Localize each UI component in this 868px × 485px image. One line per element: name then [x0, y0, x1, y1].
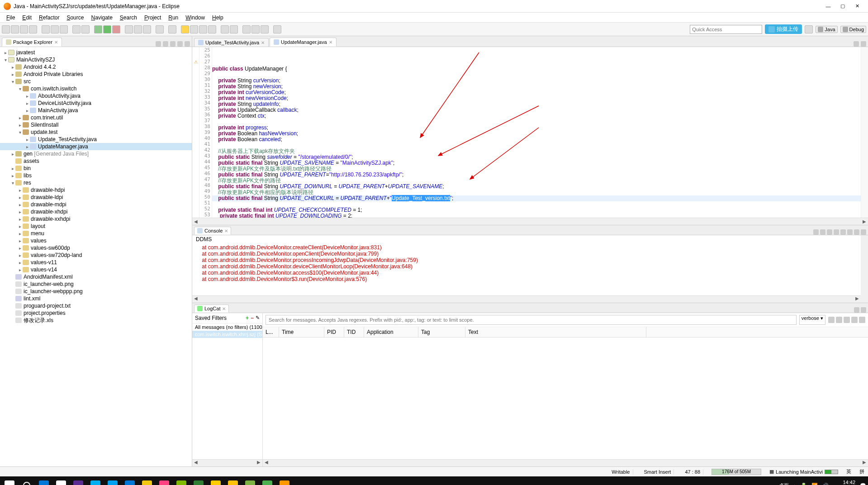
tree-node[interactable]: ▸Update_TestActivity.java	[0, 136, 192, 143]
save-button[interactable]	[11, 25, 19, 33]
close-tab-icon[interactable]: ✕	[329, 40, 332, 45]
display-filter-icon[interactable]	[859, 317, 865, 323]
open-console-icon[interactable]	[847, 229, 853, 235]
menu-help[interactable]: Help	[209, 14, 227, 22]
clear-console-icon[interactable]	[820, 229, 825, 235]
expand-icon[interactable]: ▾	[10, 79, 15, 84]
tree-node[interactable]: ▸gen [Generated Java Files]	[0, 150, 192, 157]
logcat-column-header[interactable]: Application	[364, 327, 418, 337]
taskbar-app-button[interactable]	[260, 479, 275, 485]
close-icon[interactable]: ✕	[224, 228, 228, 233]
print-button[interactable]	[29, 25, 37, 33]
expand-icon[interactable]: ▸	[17, 195, 23, 200]
menu-file[interactable]: File	[3, 14, 19, 22]
menu-project[interactable]: Project	[141, 14, 165, 22]
toggle-marks-button[interactable]	[181, 25, 189, 33]
menu-edit[interactable]: Edit	[19, 14, 35, 22]
expand-icon[interactable]: ▸	[17, 188, 23, 193]
search-button[interactable]	[168, 25, 176, 33]
saved-filters-list[interactable]: All messages (no filters) (1100com.iswit…	[192, 323, 262, 459]
pin-console-icon[interactable]	[834, 229, 839, 235]
quick-access-input[interactable]	[690, 25, 762, 34]
menu-refactor[interactable]: Refactor	[35, 14, 63, 22]
code-line[interactable]: public static final String UPDATE_CHECKU…	[212, 195, 861, 201]
code-line[interactable]: private int curVersionCode;	[212, 90, 861, 95]
new-java-class-button[interactable]	[143, 25, 151, 33]
progress-status[interactable]: ▦ Launching MainActivi	[769, 469, 838, 475]
code-line[interactable]: private Boolean hasNewVersion;	[212, 131, 861, 137]
new-package-button[interactable]	[81, 25, 90, 33]
maximize-logcat-icon[interactable]	[861, 307, 866, 313]
logcat-column-header[interactable]: Time	[279, 327, 324, 337]
expand-icon[interactable]: ▸	[17, 260, 23, 265]
volume-icon[interactable]: 🔊	[822, 483, 829, 485]
expand-icon[interactable]: ▸	[24, 137, 30, 142]
expand-icon[interactable]: ▸	[17, 217, 23, 222]
menu-search[interactable]: Search	[116, 14, 141, 22]
ime-indicator[interactable]: 英	[846, 468, 851, 475]
tree-node[interactable]: lint.xml	[0, 295, 192, 302]
edit-filter-button[interactable]: ✎	[256, 315, 260, 321]
logcat-table-header[interactable]: L...TimePIDTIDApplicationTagText	[263, 327, 868, 338]
tree-node[interactable]: ▸Android Private Libraries	[0, 71, 192, 78]
maximize-editor-icon[interactable]	[861, 41, 866, 47]
tree-node[interactable]: AndroidManifest.xml	[0, 273, 192, 281]
tree-node[interactable]: project.properties	[0, 309, 192, 317]
menu-window[interactable]: Window	[182, 14, 209, 22]
expand-icon[interactable]: ▸	[17, 246, 23, 251]
tree-node[interactable]: ▸drawable-ldpi	[0, 194, 192, 201]
tree-node[interactable]: ▸libs	[0, 172, 192, 179]
scroll-right-icon[interactable]: ▶	[255, 460, 262, 466]
taskbar-app-button[interactable]	[105, 479, 120, 485]
maximize-view-icon[interactable]	[185, 41, 190, 47]
expand-icon[interactable]: ▸	[17, 224, 23, 229]
expand-icon[interactable]: ▸	[10, 65, 15, 70]
toggle-block-button[interactable]	[190, 25, 198, 33]
tree-node[interactable]: proguard-project.txt	[0, 302, 192, 309]
tree-node[interactable]: ▸layout	[0, 223, 192, 230]
scroll-lock-icon[interactable]	[851, 317, 858, 323]
code-line[interactable]: private String updateInfo;	[212, 101, 861, 107]
lint-button[interactable]	[60, 25, 68, 33]
scroll-right-icon[interactable]: ▶	[861, 460, 868, 466]
console-output[interactable]: at com.android.ddmlib.DeviceMonitor.crea…	[192, 243, 861, 295]
console-horizontal-scrollbar[interactable]: ◀ ▶	[192, 295, 861, 303]
tree-node[interactable]: ▸values-v11	[0, 259, 192, 266]
code-line[interactable]	[212, 143, 861, 148]
expand-icon[interactable]: ▸	[17, 231, 23, 236]
link-with-editor-icon[interactable]	[156, 41, 161, 47]
editor-body[interactable]: 2526272829303132333435363738394041424344…	[192, 47, 868, 218]
tree-node[interactable]: ▸menu	[0, 230, 192, 237]
start-button[interactable]	[2, 479, 17, 485]
code-line[interactable]: private Boolean canceled;	[212, 137, 861, 143]
menu-source[interactable]: Source	[63, 14, 87, 22]
save-all-button[interactable]	[20, 25, 28, 33]
open-perspective-button[interactable]	[805, 25, 813, 33]
tree-node[interactable]: ▸drawable-hdpi	[0, 186, 192, 194]
logcat-search-input[interactable]	[266, 315, 797, 325]
tree-node[interactable]: ▾res	[0, 179, 192, 186]
tree-node[interactable]: ▸AboutActivity.java	[0, 92, 192, 100]
minimize-button[interactable]: —	[821, 2, 835, 11]
logcat-column-header[interactable]: Tag	[418, 327, 465, 337]
tree-node[interactable]: ▾com.iswitch.iswitch	[0, 85, 192, 92]
expand-icon[interactable]: ▾	[17, 86, 23, 91]
minimize-logcat-icon[interactable]	[854, 307, 859, 313]
package-explorer-tab[interactable]: Package Explorer ✕	[2, 38, 62, 47]
expand-icon[interactable]: ▸	[3, 50, 8, 55]
minimize-editor-icon[interactable]	[854, 41, 859, 47]
tree-node[interactable]: ▸UpdateManager.java	[0, 143, 192, 150]
filter-item[interactable]: com.iswitch.iswitch.xhrrj.szj (Se	[192, 331, 262, 338]
logcat-tab[interactable]: LogCat ✕	[194, 304, 229, 313]
tree-node[interactable]: ▸drawable-xxhdpi	[0, 215, 192, 223]
tree-node[interactable]: ▸com.trinet.util	[0, 114, 192, 121]
tree-node[interactable]: ▸values-sw600dp	[0, 244, 192, 252]
open-type-button[interactable]	[156, 25, 164, 33]
expand-icon[interactable]: ▸	[10, 173, 15, 178]
minimize-console-icon[interactable]	[854, 229, 859, 235]
taskbar-app-button[interactable]	[174, 479, 189, 485]
taskbar-app-button[interactable]	[277, 479, 292, 485]
logcat-horizontal-scrollbar[interactable]: ◀ ▶	[263, 459, 868, 466]
console-select-icon[interactable]	[813, 229, 819, 235]
remove-filter-button[interactable]: −	[251, 315, 254, 321]
